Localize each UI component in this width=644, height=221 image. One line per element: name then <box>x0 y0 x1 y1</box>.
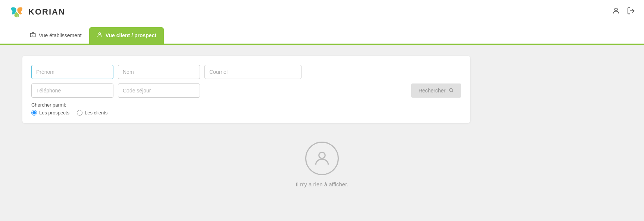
code-sejour-input[interactable] <box>118 83 200 98</box>
header-actions <box>612 7 635 17</box>
search-card: Rechercher Chercher parmi: Les prospects… <box>22 56 470 123</box>
svg-point-6 <box>449 88 452 91</box>
search-button[interactable]: Rechercher <box>411 83 461 98</box>
search-button-icon <box>448 88 454 94</box>
logout-icon[interactable] <box>627 7 635 17</box>
svg-point-5 <box>99 33 100 35</box>
tab-etablissement-label: Vue établissement <box>39 32 82 38</box>
svg-point-8 <box>319 152 325 158</box>
search-button-label: Rechercher <box>419 88 446 94</box>
empty-icon <box>305 142 339 175</box>
tab-client-label: Vue client / prospect <box>106 32 156 38</box>
radio-prospects-input[interactable] <box>31 110 37 116</box>
chercher-label: Chercher parmi: <box>31 102 461 108</box>
svg-point-0 <box>615 8 617 11</box>
radio-prospects-label: Les prospects <box>39 110 69 116</box>
radio-prospects[interactable]: Les prospects <box>31 110 69 116</box>
nom-input[interactable] <box>118 65 200 79</box>
tab-client[interactable]: Vue client / prospect <box>89 27 164 44</box>
radio-clients-label: Les clients <box>85 110 107 116</box>
courriel-input[interactable] <box>204 65 301 79</box>
radio-group: Les prospects Les clients <box>31 110 461 116</box>
search-row-1 <box>31 65 461 79</box>
empty-state: Il n'y a rien à afficher. <box>22 123 622 206</box>
prenom-input[interactable] <box>31 65 113 79</box>
logo-text: KORIAN <box>28 7 65 17</box>
header: KORIAN <box>0 0 644 24</box>
user-icon[interactable] <box>612 7 620 17</box>
radio-clients-input[interactable] <box>77 110 82 116</box>
main-content: Rechercher Chercher parmi: Les prospects… <box>0 45 644 221</box>
empty-text: Il n'y a rien à afficher. <box>296 181 348 187</box>
nav-tabs: Vue établissement Vue client / prospect <box>0 24 644 45</box>
etablissement-icon <box>30 32 36 39</box>
tab-etablissement[interactable]: Vue établissement <box>22 27 89 44</box>
svg-line-7 <box>452 91 453 92</box>
telephone-input[interactable] <box>31 83 113 98</box>
korian-logo-icon <box>9 5 25 19</box>
radio-clients[interactable]: Les clients <box>77 110 107 116</box>
logo-area: KORIAN <box>9 5 65 19</box>
search-row-2: Rechercher <box>31 83 461 98</box>
client-icon <box>97 32 103 39</box>
